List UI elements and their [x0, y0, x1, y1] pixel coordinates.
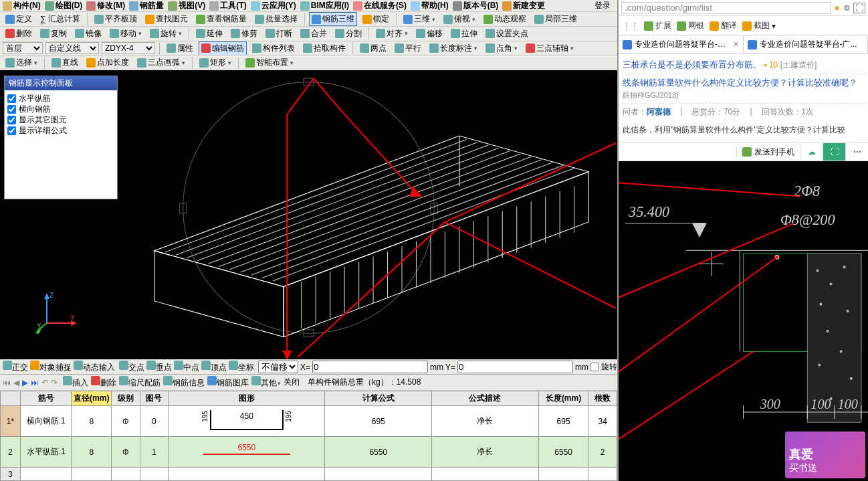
- threeptang-button[interactable]: 三点辅轴: [523, 41, 576, 56]
- rebarlib-button[interactable]: 钢筋图库: [207, 376, 249, 389]
- zdyx-select[interactable]: ZDYX-4: [102, 42, 155, 54]
- promo-banner[interactable]: 真爱 买书送: [785, 431, 865, 478]
- col-dia[interactable]: 直径(mm): [72, 391, 112, 406]
- cloud-save-button[interactable]: ☁: [800, 143, 823, 161]
- ortho-button[interactable]: 正交: [3, 361, 28, 373]
- viewrebar-button[interactable]: 查看钢筋量: [193, 12, 249, 26]
- cb-hrebar[interactable]: 水平纵筋: [7, 93, 114, 104]
- nav-first-icon[interactable]: ⏮: [3, 378, 11, 387]
- align-button[interactable]: 对齐: [373, 27, 411, 41]
- figure-panel[interactable]: 35.400 2Φ8 Φ8@200 300: [619, 161, 868, 481]
- fullscreen-icon[interactable]: ⛶: [853, 3, 865, 13]
- menu-rebar[interactable]: 钢筋量: [129, 0, 164, 11]
- rotate-checkbox[interactable]: [590, 363, 599, 371]
- attr-button[interactable]: 属性: [164, 41, 196, 56]
- mid-button[interactable]: 中点: [174, 361, 199, 373]
- smartlayout-button[interactable]: 智能布置: [243, 56, 296, 70]
- persp-dropdown[interactable]: 俯视: [441, 12, 478, 26]
- lapjoint-button[interactable]: 拉伸: [448, 27, 480, 41]
- rebar3d-button[interactable]: 钢筋三维: [309, 12, 357, 26]
- extend-button[interactable]: 延伸: [193, 27, 225, 41]
- favorite-icon[interactable]: ★: [833, 3, 841, 13]
- rect-button[interactable]: 矩形: [197, 56, 234, 70]
- nav-next-icon[interactable]: ▶: [22, 378, 28, 387]
- cross-button[interactable]: 交点: [119, 361, 144, 373]
- local3d-button[interactable]: 局部三维: [532, 12, 580, 26]
- expand-button[interactable]: ⛶: [823, 143, 845, 161]
- perp-button[interactable]: 垂点: [146, 361, 172, 373]
- menu-ver[interactable]: 版本号(B): [453, 0, 499, 11]
- ptaddlen-button[interactable]: 点加长度: [84, 56, 132, 70]
- mirror-button[interactable]: 镜像: [72, 27, 104, 41]
- bank-button[interactable]: 网银: [677, 20, 704, 31]
- scalematch-button[interactable]: 缩尺配筋: [119, 376, 160, 389]
- close-icon[interactable]: ✕: [733, 40, 739, 49]
- line-button[interactable]: 直线: [49, 56, 81, 70]
- coord-button[interactable]: 坐标: [229, 361, 254, 373]
- menu-help[interactable]: 帮助(H): [411, 0, 449, 11]
- menu-draw[interactable]: 绘图(D): [45, 0, 83, 11]
- menu-ref[interactable]: 在线服务(S): [353, 0, 407, 11]
- delete-button[interactable]: 删除: [3, 27, 35, 41]
- question-item[interactable]: 线条钢筋算量软件什么构件定义比较方便？计算比较准确呢？ 筋抽样GGJ2013]: [621, 74, 865, 104]
- send-phone-button[interactable]: 发送到手机: [736, 147, 800, 158]
- split-button[interactable]: 分割: [332, 27, 364, 41]
- fixpt-button[interactable]: 设置夹点: [483, 27, 531, 41]
- nav-last-icon[interactable]: ⏭: [31, 378, 39, 387]
- define-button[interactable]: 定义: [3, 12, 35, 26]
- sumcalc-button[interactable]: ∑ 汇总计算: [37, 12, 83, 26]
- menu-new[interactable]: 新建变更: [502, 0, 545, 11]
- ext-button[interactable]: 扩展: [644, 20, 671, 31]
- col-figno[interactable]: 图号: [140, 391, 169, 406]
- copy-button[interactable]: 复制: [37, 27, 70, 41]
- menu-bim[interactable]: BIM应用(I): [300, 0, 349, 11]
- tab-1[interactable]: 专业造价问题答疑平台-广联...✕: [619, 36, 744, 53]
- x-input[interactable]: [312, 361, 428, 373]
- col-shape[interactable]: 图形: [169, 391, 325, 406]
- snip-button[interactable]: 截图▾: [742, 20, 776, 31]
- col-num[interactable]: [1, 391, 21, 406]
- parallel-button[interactable]: 平行: [392, 41, 424, 56]
- dynview-button[interactable]: 动态观察: [481, 12, 529, 26]
- nav-prev-icon[interactable]: ◀: [13, 378, 19, 387]
- findel-button[interactable]: 查找图元: [142, 12, 191, 26]
- objsnap-button[interactable]: 对象捕捉: [30, 361, 72, 373]
- flattpl-button[interactable]: 平齐板顶: [92, 12, 140, 26]
- rebar-grid[interactable]: 筋号 直径(mm) 级别 图号 图形 计算公式 公式描述 长度(mm) 根数 1…: [0, 391, 617, 481]
- move-button[interactable]: 移动: [107, 27, 144, 41]
- complist-button[interactable]: 构件列表: [249, 41, 298, 56]
- menu-edit[interactable]: 修改(M): [86, 0, 125, 11]
- offset-mode-select[interactable]: 不偏移: [258, 361, 298, 373]
- break-button[interactable]: 打断: [263, 27, 295, 41]
- rotate-button[interactable]: 旋转: [147, 27, 185, 41]
- login-link[interactable]: 登录: [594, 0, 611, 11]
- close-table-button[interactable]: 关闭: [284, 377, 300, 388]
- menu-view[interactable]: 视图(V): [168, 0, 205, 11]
- merge-button[interactable]: 合并: [298, 27, 330, 41]
- insert-row-button[interactable]: 插入: [63, 376, 88, 389]
- tab-2[interactable]: 专业造价问题答疑平台-广...: [744, 36, 869, 53]
- y-input[interactable]: [457, 361, 573, 373]
- cb-vrebar[interactable]: 横向钢筋: [7, 104, 114, 114]
- col-qty[interactable]: 根数: [588, 391, 617, 406]
- url-input[interactable]: [621, 2, 831, 14]
- translate-button[interactable]: 翻译: [710, 20, 737, 31]
- cb-other[interactable]: 显示其它图元: [7, 114, 114, 125]
- viewport-3d[interactable]: 钢筋显示控制面板 水平纵筋 横向钢筋 显示其它图元 显示详细公式: [0, 70, 617, 359]
- twopt-button[interactable]: 两点: [357, 41, 389, 56]
- table-row[interactable]: 1* 横向钢筋.1 8 Φ 0 195450195 695 净长 695 34: [1, 406, 617, 437]
- col-desc[interactable]: 公式描述: [432, 391, 539, 406]
- cb-formula[interactable]: 显示详细公式: [7, 125, 114, 136]
- table-row[interactable]: 2 水平纵筋.1 8 Φ 1 6550 6550 净长 6550 2: [1, 437, 617, 468]
- dyninput-button[interactable]: 动态输入: [74, 361, 115, 373]
- peak-button[interactable]: 顶点: [201, 361, 227, 373]
- lock-button[interactable]: 锁定: [360, 12, 392, 26]
- defline-select[interactable]: 自定义线: [45, 42, 99, 54]
- undo-icon[interactable]: ↶: [41, 378, 48, 387]
- more-button[interactable]: ⋯: [845, 143, 868, 161]
- floor-select[interactable]: 首层: [3, 42, 43, 54]
- delete-row-button[interactable]: 删除: [91, 376, 116, 389]
- other-dropdown[interactable]: 其他: [251, 376, 281, 389]
- redo-icon[interactable]: ↷: [51, 378, 58, 387]
- question-item[interactable]: 三桩承台是不是必须要布置分布筋。 ▪ 10 [土建造价]: [621, 56, 865, 74]
